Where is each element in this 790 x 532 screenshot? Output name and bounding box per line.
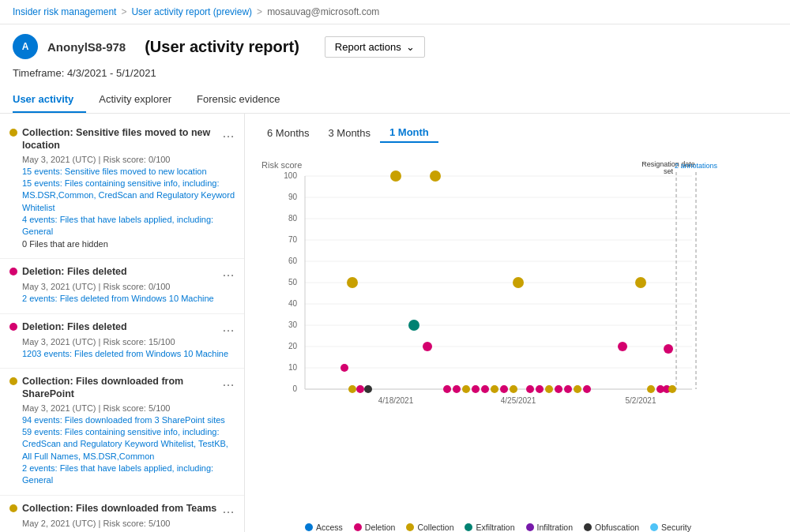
svg-point-33 bbox=[340, 364, 348, 372]
1-month-button[interactable]: 1 Month bbox=[380, 123, 438, 143]
event-dot bbox=[9, 129, 17, 137]
report-actions-button[interactable]: Report actions ⌄ bbox=[325, 36, 425, 58]
event-link[interactable]: 2 events: Files that have labels applied… bbox=[22, 463, 235, 487]
svg-text:40: 40 bbox=[288, 299, 298, 308]
event-title: Deletion: Files deleted bbox=[22, 265, 217, 278]
svg-point-36 bbox=[364, 385, 372, 393]
svg-point-63 bbox=[668, 385, 676, 393]
legend-item-exfiltration: Exfiltration bbox=[465, 523, 514, 532]
user-name: AnonylS8-978 bbox=[47, 40, 126, 54]
svg-point-34 bbox=[348, 385, 356, 393]
event-meta: May 3, 2021 (UTC) | Risk score: 15/100 bbox=[22, 337, 235, 347]
svg-text:5/2/2021: 5/2/2021 bbox=[626, 396, 656, 405]
svg-point-60 bbox=[647, 385, 655, 393]
legend-item-deletion: Deletion bbox=[354, 523, 396, 532]
event-link[interactable]: 59 events: Files containing sensitive in… bbox=[22, 426, 235, 463]
svg-point-54 bbox=[555, 385, 562, 393]
scatter-chart: Risk score 100 90 80 70 60 50 40 bbox=[258, 152, 777, 532]
breadcrumb-insider-risk[interactable]: Insider risk management bbox=[13, 6, 116, 17]
list-item[interactable]: Deletion: Files deleted … May 3, 2021 (U… bbox=[0, 259, 244, 313]
legend-dot-security bbox=[650, 523, 658, 531]
event-menu-icon[interactable]: … bbox=[222, 126, 235, 140]
legend-label-obfuscation: Obfuscation bbox=[595, 523, 639, 532]
report-title: (User activity report) bbox=[145, 38, 299, 56]
3-months-button[interactable]: 3 Months bbox=[318, 123, 379, 143]
svg-text:0: 0 bbox=[292, 384, 297, 393]
timeframe: Timeframe: 4/3/2021 - 5/1/2021 bbox=[0, 66, 790, 87]
breadcrumb-user-activity-report[interactable]: User activity report (preview) bbox=[131, 6, 252, 17]
svg-text:Risk score: Risk score bbox=[261, 160, 302, 170]
svg-text:set: set bbox=[664, 167, 674, 175]
legend-dot-infiltration bbox=[526, 523, 534, 531]
list-item[interactable]: Collection: Files downloaded from ShareP… bbox=[0, 369, 244, 496]
time-range-selector: 6 Months 3 Months 1 Month bbox=[258, 123, 777, 143]
svg-point-39 bbox=[408, 320, 419, 331]
tab-user-activity[interactable]: User activity bbox=[13, 87, 86, 113]
svg-point-45 bbox=[472, 385, 480, 393]
legend-label-infiltration: Infiltration bbox=[537, 523, 574, 532]
6-months-button[interactable]: 6 Months bbox=[258, 123, 318, 143]
svg-point-35 bbox=[356, 385, 364, 393]
svg-text:4/25/2021: 4/25/2021 bbox=[501, 396, 536, 405]
event-dot bbox=[9, 268, 17, 275]
svg-text:2 annotations: 2 annotations bbox=[675, 162, 718, 170]
svg-point-48 bbox=[500, 385, 508, 393]
legend-dot-exfiltration bbox=[465, 523, 472, 531]
svg-text:30: 30 bbox=[288, 320, 298, 329]
list-item[interactable]: Collection: Files downloaded from Teams … bbox=[0, 496, 244, 532]
tab-forensic-evidence[interactable]: Forensic evidence bbox=[197, 87, 293, 113]
event-link[interactable]: 94 events: Files downloaded from 3 Share… bbox=[22, 414, 235, 426]
svg-point-41 bbox=[430, 170, 441, 182]
event-menu-icon[interactable]: … bbox=[222, 320, 235, 335]
svg-point-52 bbox=[536, 385, 544, 393]
timeframe-label: Timeframe: bbox=[13, 67, 64, 79]
svg-point-56 bbox=[574, 385, 581, 393]
svg-point-37 bbox=[347, 277, 358, 288]
event-dot bbox=[9, 504, 17, 512]
event-menu-icon[interactable]: … bbox=[222, 502, 235, 516]
event-menu-icon[interactable]: … bbox=[222, 265, 235, 279]
event-link[interactable]: 4 events: Files that have labels applied… bbox=[22, 214, 235, 238]
header: A AnonylS8-978 (User activity report) Re… bbox=[0, 24, 790, 66]
event-dot bbox=[9, 323, 17, 331]
legend-item-security: Security bbox=[650, 523, 691, 532]
event-title: Collection: Files downloaded from ShareP… bbox=[22, 375, 217, 401]
event-menu-icon[interactable]: … bbox=[222, 375, 235, 389]
breadcrumb: Insider risk management > User activity … bbox=[0, 0, 790, 24]
svg-point-49 bbox=[510, 385, 517, 393]
svg-text:4/18/2021: 4/18/2021 bbox=[378, 396, 414, 405]
chart-area: Risk score 100 90 80 70 60 50 40 bbox=[258, 152, 777, 532]
svg-point-55 bbox=[564, 385, 572, 393]
legend-dot-access bbox=[305, 523, 313, 531]
svg-point-40 bbox=[423, 342, 432, 351]
event-dot bbox=[9, 377, 17, 385]
event-link[interactable]: 15 events: Files containing sensitive in… bbox=[22, 178, 235, 214]
legend-item-infiltration: Infiltration bbox=[526, 523, 574, 532]
legend-dot-obfuscation bbox=[584, 523, 592, 531]
svg-text:20: 20 bbox=[288, 342, 298, 350]
chart-legend: Access Deletion Collection Exfiltration … bbox=[305, 523, 769, 532]
event-title: Deletion: Files deleted bbox=[22, 320, 217, 333]
legend-dot-deletion bbox=[354, 523, 362, 531]
event-text: 0 Files that are hidden bbox=[22, 238, 235, 250]
svg-point-38 bbox=[390, 170, 401, 182]
svg-point-53 bbox=[545, 385, 553, 393]
list-item[interactable]: Collection: Sensitive files moved to new… bbox=[0, 120, 244, 259]
event-link[interactable]: 2 events: Files deleted from Windows 10 … bbox=[22, 293, 235, 305]
svg-point-57 bbox=[583, 385, 591, 393]
event-meta: May 3, 2021 (UTC) | Risk score: 0/100 bbox=[22, 282, 235, 291]
chevron-down-icon: ⌄ bbox=[406, 41, 415, 53]
event-title: Collection: Sensitive files moved to new… bbox=[22, 126, 217, 152]
list-item[interactable]: Deletion: Files deleted … May 3, 2021 (U… bbox=[0, 314, 244, 369]
legend-label-deletion: Deletion bbox=[365, 523, 396, 532]
avatar: A bbox=[13, 34, 38, 59]
legend-item-obfuscation: Obfuscation bbox=[584, 523, 639, 532]
event-meta: May 2, 2021 (UTC) | Risk score: 5/100 bbox=[22, 519, 235, 528]
legend-label-security: Security bbox=[661, 523, 691, 532]
svg-point-51 bbox=[526, 385, 534, 393]
left-panel: Collection: Sensitive files moved to new… bbox=[0, 114, 245, 532]
event-link[interactable]: 15 events: Sensitive files moved to new … bbox=[22, 166, 235, 178]
event-link[interactable]: 1203 events: Files deleted from Windows … bbox=[22, 348, 235, 360]
tab-activity-explorer[interactable]: Activity explorer bbox=[99, 87, 184, 113]
legend-dot-collection bbox=[406, 523, 414, 531]
